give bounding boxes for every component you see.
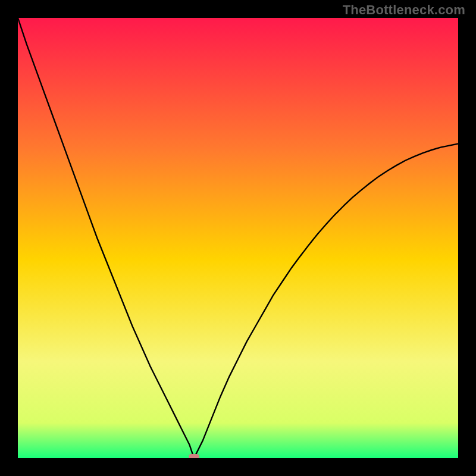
plot-svg bbox=[18, 18, 458, 458]
optimal-point-marker bbox=[189, 454, 199, 458]
bottleneck-plot bbox=[18, 18, 458, 458]
chart-frame: TheBottleneck.com bbox=[0, 0, 476, 476]
gradient-background bbox=[18, 18, 458, 458]
watermark-text: TheBottleneck.com bbox=[343, 2, 465, 18]
